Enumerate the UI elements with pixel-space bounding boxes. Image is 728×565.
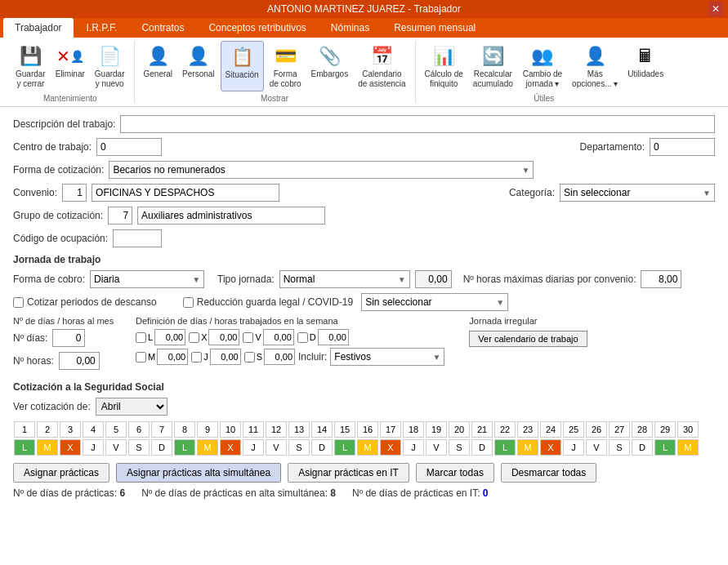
personal-button[interactable]: 👤 Personal: [178, 41, 218, 91]
jornada-forma-cobro-dropdown[interactable]: Diaria ▼: [90, 270, 204, 288]
cotizar-checkbox-label[interactable]: Cotizar periodos de descanso: [13, 296, 157, 308]
cal-day-13[interactable]: D: [311, 439, 333, 456]
cal-day-4[interactable]: V: [105, 439, 127, 456]
day-D-input[interactable]: [318, 329, 349, 345]
nhoras-input[interactable]: [59, 352, 100, 370]
ver-calendario-button[interactable]: Ver calendario de trabajo: [469, 331, 587, 347]
asignar-alta-button[interactable]: Asignar prácticas alta simultánea: [116, 463, 281, 483]
cal-num-20[interactable]: 20: [449, 421, 470, 438]
save-new-button[interactable]: 📄 Guardary nuevo: [91, 41, 129, 91]
forma-cobro-button[interactable]: 💳 Formade cobro: [266, 41, 306, 91]
day-X-input[interactable]: [208, 329, 239, 345]
cal-day-3[interactable]: J: [83, 439, 104, 456]
convenio-num-input[interactable]: [62, 184, 87, 202]
day-L-input[interactable]: [154, 329, 185, 345]
cal-num-4[interactable]: 4: [83, 421, 104, 438]
departamento-input[interactable]: [650, 138, 715, 156]
cal-num-23[interactable]: 23: [517, 421, 538, 438]
cal-day-14[interactable]: L: [334, 439, 355, 456]
reduccion-dropdown[interactable]: Sin seleccionar ▼: [361, 293, 508, 311]
day-S-input[interactable]: [264, 349, 295, 365]
embargos-button[interactable]: 📎 Embargos: [307, 41, 353, 91]
finiquito-button[interactable]: 📊 Cálculo definiquito: [421, 41, 467, 91]
delete-button[interactable]: ✕👤 Eliminar: [51, 41, 89, 91]
cal-day-2[interactable]: X: [60, 439, 81, 456]
tab-nominas[interactable]: Nóminas: [319, 18, 381, 38]
cal-num-17[interactable]: 17: [380, 421, 401, 438]
day-S-checkbox[interactable]: [244, 352, 255, 363]
cal-num-24[interactable]: 24: [540, 421, 561, 438]
mas-opciones-button[interactable]: 👤 Másopciones... ▾: [568, 41, 622, 91]
cal-num-6[interactable]: 6: [128, 421, 150, 438]
day-V-checkbox[interactable]: [243, 332, 253, 343]
forma-cotizacion-dropdown[interactable]: Becarios no remunerados ▼: [109, 161, 534, 179]
cal-num-28[interactable]: 28: [632, 421, 653, 438]
cal-num-18[interactable]: 18: [403, 421, 424, 438]
cal-num-8[interactable]: 8: [174, 421, 195, 438]
cal-num-15[interactable]: 15: [334, 421, 355, 438]
cotizar-checkbox[interactable]: [13, 297, 24, 308]
cal-day-6[interactable]: D: [151, 439, 172, 456]
cal-day-27[interactable]: D: [632, 439, 653, 456]
horas-maximas-input[interactable]: [641, 270, 681, 288]
convenio-text-input[interactable]: [92, 184, 279, 202]
cal-day-12[interactable]: S: [288, 439, 310, 456]
desmarcar-todas-button[interactable]: Desmarcar todas: [501, 463, 596, 483]
cal-num-14[interactable]: 14: [311, 421, 333, 438]
tab-conceptos[interactable]: Conceptos retributivos: [197, 18, 317, 38]
day-V-input[interactable]: [263, 329, 294, 345]
cal-num-5[interactable]: 5: [105, 421, 127, 438]
cal-day-26[interactable]: S: [609, 439, 630, 456]
calendario-button[interactable]: 📅 Calendariode asistencia: [354, 41, 409, 91]
tab-contratos[interactable]: Contratos: [130, 18, 195, 38]
day-L-checkbox[interactable]: [136, 332, 146, 343]
cal-num-2[interactable]: 2: [37, 421, 58, 438]
tab-trabajador[interactable]: Trabajador: [3, 18, 74, 38]
cal-day-23[interactable]: X: [540, 439, 561, 456]
cal-num-13[interactable]: 13: [288, 421, 310, 438]
cal-num-3[interactable]: 3: [60, 421, 81, 438]
cal-num-22[interactable]: 22: [494, 421, 516, 438]
day-J-input[interactable]: [210, 349, 241, 365]
cal-num-1[interactable]: 1: [14, 421, 35, 438]
cal-num-30[interactable]: 30: [677, 421, 699, 438]
cal-day-29[interactable]: M: [677, 439, 699, 456]
cal-num-21[interactable]: 21: [471, 421, 493, 438]
day-M-input[interactable]: [157, 349, 188, 365]
cal-day-20[interactable]: D: [471, 439, 493, 456]
ndias-input[interactable]: [52, 329, 85, 347]
tab-irpf[interactable]: I.R.P.F.: [75, 18, 129, 38]
incluir-dropdown[interactable]: Festivos ▼: [330, 348, 444, 366]
descripcion-input[interactable]: [120, 115, 715, 133]
cambio-jornada-button[interactable]: 👥 Cambio dejornada ▾: [519, 41, 566, 91]
cal-day-8[interactable]: M: [197, 439, 218, 456]
asignar-it-button[interactable]: Asignar prácticas en IT: [288, 463, 409, 483]
cal-day-24[interactable]: J: [563, 439, 584, 456]
categoria-dropdown[interactable]: Sin seleccionar ▼: [560, 184, 715, 202]
marcar-todas-button[interactable]: Marcar todas: [416, 463, 494, 483]
close-button[interactable]: ✕: [708, 2, 723, 16]
asignar-practicas-button[interactable]: Asignar prácticas: [13, 463, 109, 483]
day-D-checkbox[interactable]: [297, 332, 308, 343]
cal-day-21[interactable]: L: [494, 439, 516, 456]
save-close-button[interactable]: 💾 Guardary cerrar: [11, 41, 50, 91]
cal-num-26[interactable]: 26: [586, 421, 607, 438]
cal-day-11[interactable]: V: [266, 439, 287, 456]
tipo-jornada-dropdown[interactable]: Normal ▼: [279, 270, 410, 288]
cal-day-17[interactable]: J: [403, 439, 424, 456]
cal-day-25[interactable]: V: [586, 439, 607, 456]
cal-day-22[interactable]: M: [517, 439, 538, 456]
recalcular-button[interactable]: 🔄 Recalcularacumulado: [469, 41, 517, 91]
cal-day-19[interactable]: S: [449, 439, 470, 456]
cal-num-19[interactable]: 19: [426, 421, 447, 438]
codigo-ocupacion-input[interactable]: [113, 229, 162, 247]
cal-day-7[interactable]: L: [174, 439, 195, 456]
cal-num-12[interactable]: 12: [266, 421, 287, 438]
cal-num-11[interactable]: 11: [243, 421, 264, 438]
utilidades-button[interactable]: 🖩 Utilidades: [623, 41, 668, 91]
cal-num-29[interactable]: 29: [654, 421, 676, 438]
cal-day-18[interactable]: V: [426, 439, 447, 456]
situacion-button[interactable]: 📋 Situación: [221, 41, 264, 91]
cal-num-7[interactable]: 7: [151, 421, 172, 438]
reduccion-checkbox-label[interactable]: Reducción guarda legal / COVID-19: [183, 296, 353, 308]
